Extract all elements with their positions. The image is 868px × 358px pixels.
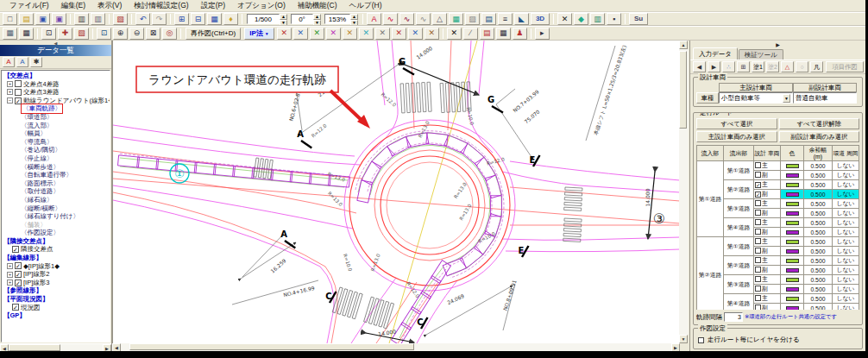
tree-item[interactable]: 〈流入部〉	[3, 122, 110, 130]
trajectory-tool-2-icon[interactable]: ✕	[293, 28, 308, 40]
edit-blue-icon[interactable]: A	[16, 57, 28, 67]
corner-tool-icon[interactable]: ◣	[514, 13, 529, 25]
color-swatch[interactable]	[786, 202, 799, 206]
trajectory-tool-4-icon[interactable]: ✕	[326, 28, 341, 40]
sub-vehicle-checkbox[interactable]	[755, 305, 761, 310]
item-draw-button[interactable]: 項目作図	[826, 61, 864, 72]
menu-item[interactable]: 設定(P)	[195, 1, 231, 11]
layer-split-checkbox[interactable]	[698, 337, 704, 343]
tree-item[interactable]: ✓隣接交差点	[3, 245, 110, 254]
trajectory-tool-9-icon[interactable]: ✕	[408, 28, 423, 40]
color-swatch[interactable]	[786, 259, 799, 263]
dots-icon[interactable]: ∴	[722, 61, 735, 72]
main-vehicle-checkbox[interactable]: ✓	[755, 182, 761, 188]
hatch-tool-icon[interactable]: ▨	[465, 13, 480, 25]
fill2-icon[interactable]: 塗2	[766, 61, 779, 72]
color-swatch[interactable]	[786, 192, 799, 197]
sub-vehicle-checkbox[interactable]	[755, 248, 761, 254]
main-vehicle-checkbox[interactable]	[755, 219, 761, 225]
plan-tool-icon[interactable]: ▤	[481, 13, 496, 25]
circle-check-icon[interactable]: ○	[796, 61, 808, 72]
sub-vehicle-field[interactable]: 普通自動車	[793, 92, 857, 104]
color-swatch[interactable]	[786, 221, 799, 225]
loop-cell[interactable]: しない	[832, 218, 859, 228]
sub-vehicle-checkbox[interactable]	[755, 210, 761, 216]
refresh-view-icon[interactable]: ◎	[162, 28, 177, 40]
tree-item[interactable]: 〈環道部〉	[3, 113, 110, 122]
scroll-right-icon[interactable]: ▶	[103, 344, 111, 351]
tree-checkbox[interactable]: ✓	[15, 279, 22, 286]
zoom-extents-icon[interactable]: ⊠	[146, 28, 160, 40]
loop-cell[interactable]: しない	[832, 199, 859, 209]
trajectory-tool-8-icon[interactable]: ✕	[392, 28, 406, 40]
select-sub-only-button[interactable]: 副設計車両のみ選択	[779, 131, 860, 142]
color-swatch[interactable]	[786, 240, 799, 244]
bench-tool-icon[interactable]: ≡	[498, 13, 513, 25]
color-swatch[interactable]	[786, 306, 799, 310]
zoom-spinner[interactable]: 153% ▲▼	[324, 14, 358, 24]
scale-value[interactable]: 1/500	[247, 14, 280, 24]
menu-item[interactable]: 検討情報設定(G)	[128, 1, 194, 11]
tree-item[interactable]: 【編集線形】	[3, 254, 110, 262]
scroll-down-icon[interactable]: ▼	[679, 335, 688, 343]
main-vehicle-checkbox[interactable]	[755, 200, 761, 206]
main-vehicle-checkbox[interactable]	[755, 257, 761, 263]
loop-cell[interactable]: しない	[832, 209, 859, 218]
edit-red-icon[interactable]: A	[3, 57, 15, 67]
misc-icon[interactable]: ▸	[535, 28, 550, 40]
loop-cell[interactable]: しない	[832, 228, 859, 237]
tree-checkbox[interactable]: ✓	[12, 246, 19, 253]
survey-tool-icon[interactable]: Su	[629, 13, 648, 25]
tab-verify-tool[interactable]: 検証ツール	[739, 49, 783, 60]
loop-cell[interactable]: しない	[832, 247, 859, 256]
loop-cell[interactable]: しない	[832, 161, 859, 171]
tree-item[interactable]: 〈作図設定〉	[3, 229, 110, 237]
sidebar-hscrollbar[interactable]: ◀ ▶	[0, 343, 111, 351]
triangle-check-icon[interactable]: △	[781, 61, 794, 72]
window-tile-icon[interactable]: ⊟	[191, 13, 205, 25]
color-swatch[interactable]	[786, 164, 799, 168]
zoom-window-icon[interactable]: ⊡	[97, 28, 111, 40]
loop-cell[interactable]: しない	[832, 171, 859, 180]
legend-icon[interactable]: 凡	[810, 61, 823, 72]
tree-checkbox[interactable]: ✓	[12, 304, 19, 311]
color-swatch[interactable]	[786, 297, 799, 301]
trajectory-tool-1-icon[interactable]: ✕	[277, 28, 292, 40]
report-tool-icon[interactable]: ▥	[590, 13, 605, 25]
ip-method-dropdown[interactable]: IP法▼	[244, 28, 274, 40]
sub-vehicle-checkbox[interactable]	[755, 172, 761, 178]
loop-cell[interactable]: しない	[832, 304, 859, 311]
collapse-icon[interactable]: −	[7, 97, 13, 104]
loop-cell[interactable]: しない	[832, 237, 859, 247]
redo-icon[interactable]: ↷	[152, 13, 167, 25]
sub-vehicle-checkbox[interactable]	[755, 286, 761, 292]
fill1-icon[interactable]: 塗1	[752, 61, 764, 72]
tree-item[interactable]: 〈導流島〉	[3, 138, 110, 147]
delete-tool-icon[interactable]: ✕	[557, 13, 572, 25]
menu-item[interactable]: ファイル(F)	[3, 1, 55, 11]
image-tool-icon[interactable]: ▦	[449, 13, 463, 25]
expand-icon[interactable]: +	[7, 272, 13, 278]
menu-item[interactable]: 補助機能(C)	[292, 1, 343, 11]
tree-item[interactable]: +✓◆[IP]線形1◆	[3, 262, 110, 271]
angle-value[interactable]: 0°	[291, 14, 313, 24]
sheet-grid-icon[interactable]: ▦	[19, 28, 34, 40]
stamp-tool-icon[interactable]: ▪	[607, 13, 621, 25]
tree-item[interactable]: 〈縁石線すり付け〉	[3, 212, 110, 221]
main-vehicle-select[interactable]: 小型自動車等▼	[719, 92, 793, 104]
color-swatch[interactable]	[786, 287, 799, 292]
scale-spinner[interactable]: 1/500 ▲▼	[247, 14, 287, 24]
window-split-icon[interactable]: ▦	[207, 13, 222, 25]
open-file-icon[interactable]: ▤	[19, 13, 34, 25]
main-vehicle-checkbox[interactable]	[755, 162, 761, 168]
scroll-left-icon[interactable]: ◀	[112, 343, 121, 351]
tree-item[interactable]: +✓[IP]線形2	[3, 270, 110, 279]
diamond-tool-icon[interactable]: ◆	[574, 13, 588, 25]
erase-icon[interactable]: ✕	[447, 28, 462, 40]
loop-cell[interactable]: しない	[832, 266, 859, 275]
main-vehicle-checkbox[interactable]	[755, 295, 761, 301]
save-icon[interactable]: ▣	[35, 13, 50, 25]
tree-item[interactable]: 【隣接交差点】	[3, 237, 110, 246]
tree-checkbox[interactable]: ✓	[15, 271, 22, 278]
tree-item[interactable]: 〈路面標示〉	[3, 179, 110, 188]
